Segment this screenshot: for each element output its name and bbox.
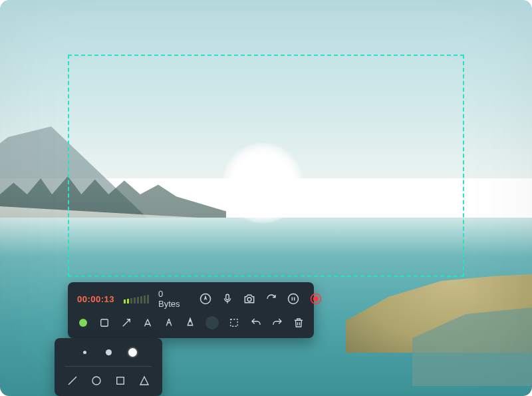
svg-rect-6 [101,319,108,327]
svg-point-2 [247,297,251,301]
svg-point-5 [313,297,318,301]
redo-icon[interactable] [271,315,283,330]
svg-rect-9 [117,377,124,385]
undo-icon[interactable] [249,315,261,330]
highlighter-tool-icon[interactable] [163,315,175,330]
marquee-select-icon[interactable] [228,315,240,330]
record-icon[interactable] [309,290,323,307]
shape-square-icon[interactable] [113,373,128,388]
delete-icon[interactable] [293,315,305,330]
pause-icon[interactable] [287,290,300,307]
pen-tool-icon[interactable] [184,315,196,330]
shape-options-popup [55,338,162,396]
shape-line-icon[interactable] [65,373,80,388]
brush-size-small[interactable] [77,345,92,359]
rectangle-tool-icon[interactable] [98,315,110,330]
file-size-label: 0 Bytes [158,289,180,309]
text-tool-icon[interactable] [142,315,154,330]
draw-color-swatch[interactable] [77,315,89,330]
refresh-icon[interactable] [265,290,277,307]
microphone-icon[interactable] [221,290,233,307]
cursor-tool-icon[interactable] [199,290,212,307]
brush-size-medium[interactable] [101,345,116,359]
audio-level-meter [124,294,149,303]
screen-recorder-overlay: 00:00:13 0 Bytes [0,0,532,396]
recording-timer: 00:00:13 [77,294,114,304]
svg-point-3 [288,294,298,304]
shape-triangle-icon[interactable] [137,373,152,388]
dark-circle-tool-icon[interactable] [205,315,219,330]
camera-icon[interactable] [243,290,256,307]
recorder-toolbar: 00:00:13 0 Bytes [68,282,314,338]
svg-rect-1 [225,294,229,299]
svg-rect-7 [231,319,238,327]
shape-circle-icon[interactable] [89,373,104,388]
arrow-tool-icon[interactable] [120,315,132,330]
svg-point-8 [92,377,100,385]
brush-size-large[interactable] [125,345,140,359]
